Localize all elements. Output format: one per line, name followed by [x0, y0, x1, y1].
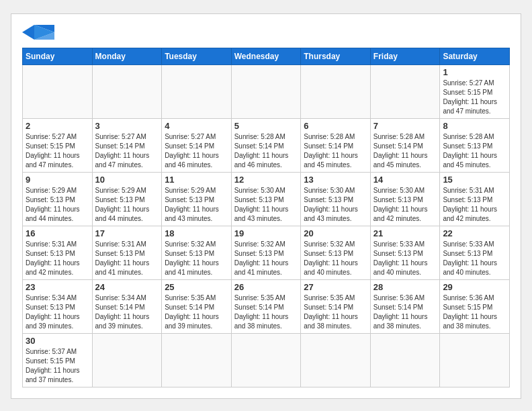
calendar-cell: 30Sunrise: 5:37 AM Sunset: 5:15 PM Dayli…	[23, 334, 93, 387]
day-info: Sunrise: 5:27 AM Sunset: 5:15 PM Dayligh…	[443, 79, 506, 116]
calendar-cell	[23, 65, 93, 119]
svg-marker-0	[22, 25, 34, 40]
calendar-cell: 26Sunrise: 5:35 AM Sunset: 5:14 PM Dayli…	[231, 280, 301, 334]
day-number: 30	[26, 336, 89, 346]
day-number: 14	[373, 175, 437, 185]
day-info: Sunrise: 5:29 AM Sunset: 5:13 PM Dayligh…	[95, 186, 159, 224]
day-number: 3	[95, 121, 159, 131]
day-info: Sunrise: 5:27 AM Sunset: 5:14 PM Dayligh…	[95, 132, 159, 170]
day-info: Sunrise: 5:30 AM Sunset: 5:13 PM Dayligh…	[304, 186, 367, 224]
weekday-header-row: SundayMondayTuesdayWednesdayThursdayFrid…	[23, 48, 510, 65]
day-info: Sunrise: 5:34 AM Sunset: 5:13 PM Dayligh…	[26, 293, 89, 331]
weekday-header-tuesday: Tuesday	[162, 48, 232, 65]
day-info: Sunrise: 5:32 AM Sunset: 5:13 PM Dayligh…	[304, 240, 367, 277]
day-number: 19	[234, 228, 298, 238]
calendar-cell: 9Sunrise: 5:29 AM Sunset: 5:13 PM Daylig…	[23, 173, 93, 226]
calendar-cell	[162, 334, 232, 387]
calendar-cell: 10Sunrise: 5:29 AM Sunset: 5:13 PM Dayli…	[92, 173, 162, 226]
calendar-cell	[92, 65, 162, 119]
day-number: 10	[95, 175, 159, 185]
day-info: Sunrise: 5:29 AM Sunset: 5:13 PM Dayligh…	[26, 186, 89, 224]
day-number: 11	[165, 175, 228, 185]
day-number: 22	[443, 228, 506, 238]
day-number: 4	[165, 121, 228, 131]
day-info: Sunrise: 5:28 AM Sunset: 5:13 PM Dayligh…	[443, 132, 506, 170]
day-info: Sunrise: 5:27 AM Sunset: 5:14 PM Dayligh…	[165, 132, 228, 170]
logo-icon	[22, 25, 54, 40]
day-info: Sunrise: 5:33 AM Sunset: 5:13 PM Dayligh…	[373, 240, 437, 277]
day-number: 18	[165, 228, 228, 238]
calendar-cell: 1Sunrise: 5:27 AM Sunset: 5:15 PM Daylig…	[440, 65, 510, 119]
day-number: 13	[304, 175, 367, 185]
day-number: 20	[304, 228, 367, 238]
day-number: 25	[165, 282, 228, 292]
calendar-cell: 3Sunrise: 5:27 AM Sunset: 5:14 PM Daylig…	[92, 119, 162, 173]
calendar-cell: 11Sunrise: 5:29 AM Sunset: 5:13 PM Dayli…	[162, 173, 232, 226]
calendar-cell: 21Sunrise: 5:33 AM Sunset: 5:13 PM Dayli…	[370, 226, 440, 280]
calendar-cell	[162, 65, 232, 119]
week-row-5: 30Sunrise: 5:37 AM Sunset: 5:15 PM Dayli…	[23, 334, 510, 387]
day-info: Sunrise: 5:28 AM Sunset: 5:14 PM Dayligh…	[304, 132, 367, 170]
calendar-cell: 25Sunrise: 5:35 AM Sunset: 5:14 PM Dayli…	[162, 280, 232, 334]
day-info: Sunrise: 5:32 AM Sunset: 5:13 PM Dayligh…	[165, 240, 228, 277]
calendar-cell: 5Sunrise: 5:28 AM Sunset: 5:14 PM Daylig…	[231, 119, 301, 173]
day-number: 2	[26, 121, 89, 131]
day-number: 28	[373, 282, 437, 292]
calendar-cell: 27Sunrise: 5:35 AM Sunset: 5:14 PM Dayli…	[301, 280, 371, 334]
calendar-table: SundayMondayTuesdayWednesdayThursdayFrid…	[22, 48, 510, 387]
weekday-header-sunday: Sunday	[23, 48, 93, 65]
calendar-cell: 4Sunrise: 5:27 AM Sunset: 5:14 PM Daylig…	[162, 119, 232, 173]
week-row-4: 23Sunrise: 5:34 AM Sunset: 5:13 PM Dayli…	[23, 280, 510, 334]
calendar-cell: 6Sunrise: 5:28 AM Sunset: 5:14 PM Daylig…	[301, 119, 371, 173]
day-info: Sunrise: 5:36 AM Sunset: 5:15 PM Dayligh…	[443, 293, 506, 331]
day-info: Sunrise: 5:30 AM Sunset: 5:13 PM Dayligh…	[373, 186, 437, 224]
day-info: Sunrise: 5:31 AM Sunset: 5:13 PM Dayligh…	[26, 240, 89, 277]
week-row-3: 16Sunrise: 5:31 AM Sunset: 5:13 PM Dayli…	[23, 226, 510, 280]
calendar-cell: 29Sunrise: 5:36 AM Sunset: 5:15 PM Dayli…	[440, 280, 510, 334]
day-number: 7	[373, 121, 437, 131]
day-info: Sunrise: 5:34 AM Sunset: 5:14 PM Dayligh…	[95, 293, 159, 331]
calendar-cell: 23Sunrise: 5:34 AM Sunset: 5:13 PM Dayli…	[23, 280, 93, 334]
weekday-header-saturday: Saturday	[440, 48, 510, 65]
day-number: 15	[443, 175, 506, 185]
calendar-cell	[231, 65, 301, 119]
day-number: 9	[26, 175, 89, 185]
day-number: 12	[234, 175, 298, 185]
week-row-0: 1Sunrise: 5:27 AM Sunset: 5:15 PM Daylig…	[23, 65, 510, 119]
calendar-cell	[231, 334, 301, 387]
day-info: Sunrise: 5:29 AM Sunset: 5:13 PM Dayligh…	[165, 186, 228, 224]
day-number: 16	[26, 228, 89, 238]
day-number: 29	[443, 282, 506, 292]
day-info: Sunrise: 5:37 AM Sunset: 5:15 PM Dayligh…	[26, 347, 89, 385]
day-info: Sunrise: 5:31 AM Sunset: 5:13 PM Dayligh…	[443, 186, 506, 224]
calendar-container: SundayMondayTuesdayWednesdayThursdayFrid…	[11, 13, 521, 399]
calendar-cell: 12Sunrise: 5:30 AM Sunset: 5:13 PM Dayli…	[231, 173, 301, 226]
calendar-cell: 2Sunrise: 5:27 AM Sunset: 5:15 PM Daylig…	[23, 119, 93, 173]
day-info: Sunrise: 5:32 AM Sunset: 5:13 PM Dayligh…	[234, 240, 298, 277]
calendar-header	[22, 25, 510, 40]
calendar-cell: 15Sunrise: 5:31 AM Sunset: 5:13 PM Dayli…	[440, 173, 510, 226]
calendar-cell: 28Sunrise: 5:36 AM Sunset: 5:14 PM Dayli…	[370, 280, 440, 334]
calendar-cell: 22Sunrise: 5:33 AM Sunset: 5:13 PM Dayli…	[440, 226, 510, 280]
day-info: Sunrise: 5:35 AM Sunset: 5:14 PM Dayligh…	[234, 293, 298, 331]
calendar-cell	[440, 334, 510, 387]
weekday-header-friday: Friday	[370, 48, 440, 65]
calendar-cell: 16Sunrise: 5:31 AM Sunset: 5:13 PM Dayli…	[23, 226, 93, 280]
day-info: Sunrise: 5:31 AM Sunset: 5:13 PM Dayligh…	[95, 240, 159, 277]
day-info: Sunrise: 5:27 AM Sunset: 5:15 PM Dayligh…	[26, 132, 89, 170]
logo	[22, 25, 54, 40]
weekday-header-wednesday: Wednesday	[231, 48, 301, 65]
day-number: 23	[26, 282, 89, 292]
day-info: Sunrise: 5:35 AM Sunset: 5:14 PM Dayligh…	[304, 293, 367, 331]
calendar-cell	[370, 334, 440, 387]
calendar-cell: 19Sunrise: 5:32 AM Sunset: 5:13 PM Dayli…	[231, 226, 301, 280]
calendar-cell: 20Sunrise: 5:32 AM Sunset: 5:13 PM Dayli…	[301, 226, 371, 280]
day-number: 8	[443, 121, 506, 131]
calendar-cell: 7Sunrise: 5:28 AM Sunset: 5:14 PM Daylig…	[370, 119, 440, 173]
day-info: Sunrise: 5:30 AM Sunset: 5:13 PM Dayligh…	[234, 186, 298, 224]
calendar-cell: 8Sunrise: 5:28 AM Sunset: 5:13 PM Daylig…	[440, 119, 510, 173]
day-number: 5	[234, 121, 298, 131]
calendar-cell	[92, 334, 162, 387]
day-number: 24	[95, 282, 159, 292]
day-info: Sunrise: 5:28 AM Sunset: 5:14 PM Dayligh…	[234, 132, 298, 170]
